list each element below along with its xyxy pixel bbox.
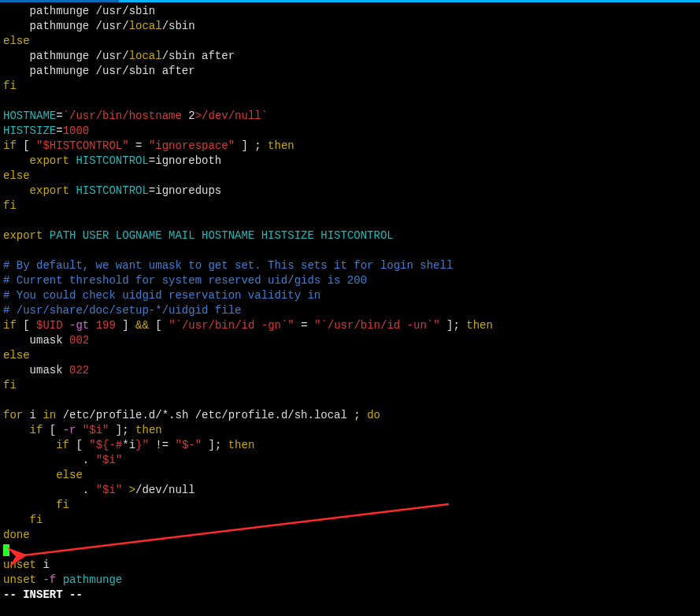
- keyword-done: done: [3, 529, 30, 541]
- code-line: unset i: [3, 558, 50, 571]
- vim-mode-status: -- INSERT --: [3, 588, 83, 601]
- code-line: export HISTCONTROL=ignoreboth: [3, 154, 221, 167]
- code-line: pathmunge /usr/local/sbin: [3, 20, 195, 32]
- keyword-fi: fi: [3, 379, 17, 391]
- code-line: . "$i": [3, 454, 122, 466]
- keyword-fi: fi: [3, 80, 17, 92]
- keyword-else: else: [3, 35, 30, 47]
- keyword-else: else: [3, 349, 30, 362]
- comment-line: # You could check uidgid reservation val…: [3, 289, 320, 302]
- keyword-else: else: [3, 469, 83, 481]
- code-line: umask 002: [3, 334, 89, 347]
- code-line: umask 022: [3, 364, 89, 377]
- code-line: pathmunge /usr/sbin: [3, 5, 155, 17]
- keyword-fi: fi: [3, 514, 43, 526]
- comment-line: # Current threshold for system reserved …: [3, 274, 367, 287]
- editor-content[interactable]: pathmunge /usr/sbin pathmunge /usr/local…: [0, 2, 700, 604]
- keyword-fi: fi: [3, 499, 69, 511]
- code-line: pathmunge /usr/sbin after: [3, 65, 195, 77]
- comment-line: # /usr/share/doc/setup-*/uidgid file: [3, 304, 241, 317]
- code-line: . "$i" >/dev/null: [3, 484, 195, 496]
- code-line: if [ -r "$i" ]; then: [3, 424, 162, 436]
- code-line: export HISTCONTROL=ignoredups: [3, 184, 221, 197]
- code-line: if [ "$HISTCONTROL" = "ignorespace" ] ; …: [3, 139, 294, 152]
- text-cursor: [3, 544, 9, 556]
- comment-line: # By default, we want umask to get set. …: [3, 259, 453, 272]
- code-line: if [ "${-#*i}" != "$-" ]; then: [3, 439, 254, 451]
- code-line: for i in /etc/profile.d/*.sh /etc/profil…: [3, 409, 380, 421]
- code-line: if [ $UID -gt 199 ] && [ "`/usr/bin/id -…: [3, 319, 493, 332]
- code-line: HOSTNAME=`/usr/bin/hostname 2>/dev/null`: [3, 109, 268, 122]
- code-line: unset -f pathmunge: [3, 573, 122, 586]
- code-line: export PATH USER LOGNAME MAIL HOSTNAME H…: [3, 229, 394, 242]
- code-line: pathmunge /usr/local/sbin after: [3, 50, 235, 62]
- code-line: HISTSIZE=1000: [3, 124, 89, 137]
- keyword-else: else: [3, 169, 30, 182]
- keyword-fi: fi: [3, 199, 17, 212]
